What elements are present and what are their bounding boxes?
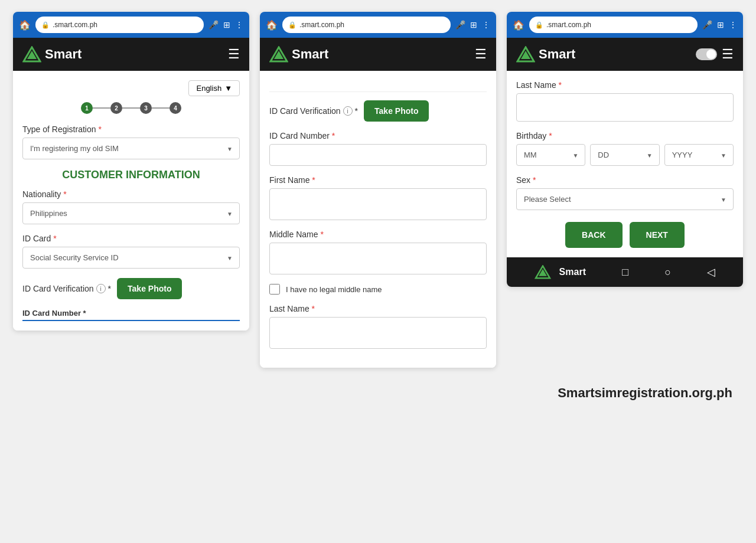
footer-triangle-icon[interactable]: ◁ bbox=[707, 266, 715, 279]
logo-text-2: Smart bbox=[292, 47, 328, 62]
step-line-2 bbox=[122, 107, 140, 109]
steps-indicator: 1 2 3 4 bbox=[22, 102, 240, 114]
home-icon-2[interactable]: 🏠 bbox=[266, 19, 278, 31]
type-of-registration-group: Type of Registration * I'm registering m… bbox=[22, 125, 240, 159]
footer-square-icon[interactable]: □ bbox=[622, 266, 628, 279]
last-name-label-3: Last Name * bbox=[516, 80, 734, 90]
id-card-number-input-2[interactable] bbox=[269, 144, 487, 166]
more-icon[interactable]: ⋮ bbox=[235, 20, 243, 30]
last-name-group-3: Last Name * bbox=[516, 80, 734, 122]
id-card-number-cutoff: ID Card Number * bbox=[22, 309, 240, 321]
sex-label: Sex * bbox=[516, 175, 734, 185]
next-button[interactable]: NEXT bbox=[630, 222, 685, 248]
lang-selector: English ▼ bbox=[22, 80, 240, 96]
logo-text-3: Smart bbox=[539, 47, 575, 62]
birthday-yyyy-wrapper: YYYY bbox=[664, 144, 734, 166]
step-line-3 bbox=[152, 107, 170, 109]
birthday-selects-row: MM DD YYYY bbox=[516, 144, 734, 166]
footer-logo-svg bbox=[535, 265, 551, 279]
id-verification-row: ID Card Verification i * Take Photo bbox=[22, 278, 240, 299]
last-name-group-2: Last Name * bbox=[269, 304, 487, 349]
first-name-input[interactable] bbox=[269, 188, 487, 220]
info-icon-2[interactable]: i bbox=[343, 106, 353, 116]
mic-icon-3[interactable]: 🎤 bbox=[702, 20, 712, 30]
id-card-number-label-2: ID Card Number * bbox=[269, 131, 487, 140]
nationality-label: Nationality * bbox=[22, 189, 240, 199]
lock-icon-3: 🔒 bbox=[535, 21, 543, 29]
url-bar-2[interactable]: 🔒 .smart.com.ph bbox=[282, 17, 451, 33]
sex-select[interactable]: Please Select bbox=[516, 188, 734, 210]
home-icon-3[interactable]: 🏠 bbox=[513, 19, 524, 31]
url-text-1: .smart.com.ph bbox=[53, 21, 97, 29]
hamburger-2[interactable]: ☰ bbox=[475, 47, 487, 62]
home-icon[interactable]: 🏠 bbox=[19, 19, 31, 31]
logo-svg-2 bbox=[269, 46, 288, 63]
sex-group: Sex * Please Select bbox=[516, 175, 734, 210]
no-middle-name-row: I have no legal middle name bbox=[269, 284, 487, 295]
phone-1: 🏠 🔒 .smart.com.ph 🎤 ⊞ ⋮ Smart ☰ bbox=[13, 12, 249, 331]
more-icon-2[interactable]: ⋮ bbox=[482, 20, 490, 30]
tabs-icon-2[interactable]: ⊞ bbox=[470, 20, 477, 30]
info-icon[interactable]: i bbox=[96, 284, 106, 293]
step-3: 3 bbox=[140, 102, 152, 114]
footer-logo-text: Smart bbox=[559, 267, 586, 277]
birthday-mm-select[interactable]: MM bbox=[516, 144, 585, 166]
phone-2-content: ID Card Verification i * Take Photo ID C… bbox=[260, 71, 496, 368]
id-verification-row-2: ID Card Verification i * Take Photo bbox=[269, 100, 487, 122]
smart-logo-1: Smart bbox=[22, 46, 82, 63]
phones-container: 🏠 🔒 .smart.com.ph 🎤 ⊞ ⋮ Smart ☰ bbox=[13, 12, 743, 368]
action-buttons: BACK NEXT bbox=[516, 222, 734, 248]
footer-circle-icon[interactable]: ○ bbox=[664, 266, 671, 279]
top-spacer bbox=[269, 80, 487, 92]
phone-footer: Smart □ ○ ◁ bbox=[507, 257, 743, 287]
middle-name-group: Middle Name * bbox=[269, 230, 487, 274]
lock-icon: 🔒 bbox=[41, 21, 50, 29]
step-1: 1 bbox=[81, 102, 93, 114]
url-bar-3[interactable]: 🔒 .smart.com.ph bbox=[529, 17, 698, 33]
sex-select-wrapper: Please Select bbox=[516, 188, 734, 210]
id-verification-label: ID Card Verification i * bbox=[22, 284, 111, 293]
hamburger-1[interactable]: ☰ bbox=[228, 47, 240, 62]
take-photo-button-1[interactable]: Take Photo bbox=[117, 278, 182, 299]
language-label: English bbox=[196, 84, 221, 93]
birthday-group: Birthday * MM DD YYY bbox=[516, 131, 734, 166]
id-card-select[interactable]: Social Security Service ID bbox=[22, 247, 240, 269]
no-middle-name-label: I have no legal middle name bbox=[286, 285, 382, 294]
take-photo-button-2[interactable]: Take Photo bbox=[364, 100, 429, 122]
middle-name-input[interactable] bbox=[269, 243, 487, 274]
birthday-yyyy-select[interactable]: YYYY bbox=[664, 144, 734, 166]
back-button[interactable]: BACK bbox=[565, 222, 622, 248]
lock-icon-2: 🔒 bbox=[288, 21, 296, 29]
id-card-label: ID Card * bbox=[22, 234, 240, 243]
toggle-switch[interactable] bbox=[696, 48, 717, 60]
type-of-registration-select[interactable]: I'm registering my old SIM bbox=[22, 138, 240, 159]
browser-bar-3: 🏠 🔒 .smart.com.ph 🎤 ⊞ ⋮ bbox=[507, 12, 743, 38]
id-card-number-group-2: ID Card Number * bbox=[269, 131, 487, 166]
more-icon-3[interactable]: ⋮ bbox=[729, 20, 737, 30]
step-2: 2 bbox=[110, 102, 122, 114]
hamburger-3[interactable]: ☰ bbox=[722, 47, 734, 62]
type-of-registration-label: Type of Registration * bbox=[22, 125, 240, 134]
tabs-icon-3[interactable]: ⊞ bbox=[717, 20, 724, 30]
mic-icon[interactable]: 🎤 bbox=[208, 20, 219, 30]
birthday-dd-select[interactable]: DD bbox=[590, 144, 659, 166]
last-name-input-3[interactable] bbox=[516, 93, 734, 122]
middle-name-label: Middle Name * bbox=[269, 230, 487, 239]
customer-info-heading: CUSTOMER INFORMATION bbox=[22, 169, 240, 181]
birthday-mm-wrapper: MM bbox=[516, 144, 585, 166]
url-text-2: .smart.com.ph bbox=[299, 21, 344, 29]
language-button[interactable]: English ▼ bbox=[188, 80, 240, 96]
url-bar-1[interactable]: 🔒 .smart.com.ph bbox=[35, 17, 204, 33]
tabs-icon[interactable]: ⊞ bbox=[223, 20, 230, 30]
browser-bar-1: 🏠 🔒 .smart.com.ph 🎤 ⊞ ⋮ bbox=[13, 12, 249, 38]
no-middle-name-checkbox[interactable] bbox=[269, 284, 280, 295]
browser-bar-2: 🏠 🔒 .smart.com.ph 🎤 ⊞ ⋮ bbox=[260, 12, 496, 38]
bottom-branding: Smartsimregistration.org.ph bbox=[18, 385, 738, 401]
nationality-select[interactable]: Philippines bbox=[22, 202, 240, 224]
mic-icon-2[interactable]: 🎤 bbox=[455, 20, 465, 30]
last-name-label-2: Last Name * bbox=[269, 304, 487, 313]
step-4: 4 bbox=[170, 102, 181, 114]
last-name-input-2[interactable] bbox=[269, 317, 487, 349]
phone-2: 🏠 🔒 .smart.com.ph 🎤 ⊞ ⋮ Smart ☰ bbox=[260, 12, 496, 368]
id-verification-label-2: ID Card Verification i * bbox=[269, 106, 358, 116]
